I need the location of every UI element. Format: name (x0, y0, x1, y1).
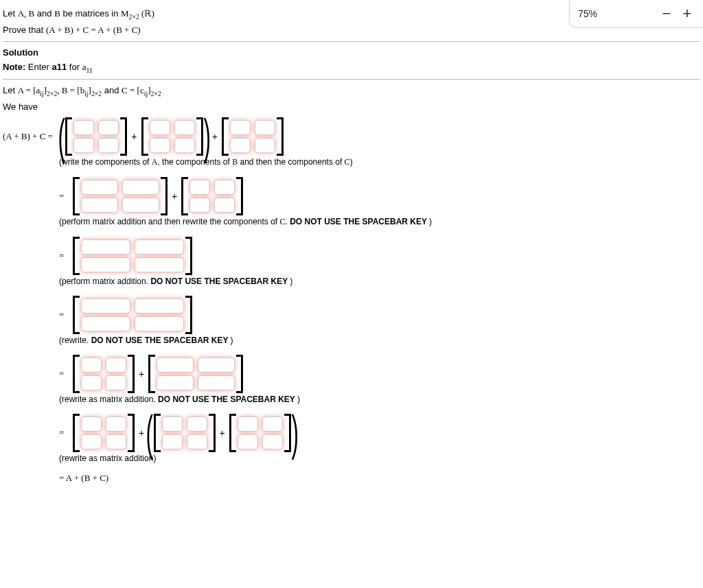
text: a11 (52, 62, 67, 72)
matrix-a-cell[interactable] (73, 138, 94, 153)
text: and (102, 85, 122, 95)
matrix-c-cell[interactable] (230, 138, 251, 153)
matrix-c3-cell[interactable] (262, 434, 283, 449)
matrix-b3-cell[interactable] (162, 416, 183, 432)
text: ) (297, 395, 300, 404)
matrix-a3-cell[interactable] (81, 416, 102, 432)
matrix-b-cell[interactable] (150, 138, 170, 153)
plus-op: + (212, 131, 218, 142)
final-line: = A + (B + C) (59, 473, 700, 484)
text: 2×2 (129, 13, 139, 21)
text: be matrices in (60, 8, 121, 19)
matrix-b-cell[interactable] (174, 138, 195, 153)
plus-op: + (131, 131, 137, 142)
matrix-abc-cell[interactable] (81, 257, 130, 272)
plus-op: + (139, 427, 144, 438)
matrix-abc-cell[interactable] (135, 239, 184, 255)
matrix-ab-cell[interactable] (122, 180, 159, 195)
text: (perform matrix addition. (59, 277, 150, 286)
matrix-c2 (181, 177, 243, 215)
matrix-b3-cell[interactable] (187, 434, 207, 449)
caption-5: (rewrite as matrix addition. DO NOT USE … (59, 395, 700, 404)
text: C (280, 217, 286, 226)
matrix-bc-cell[interactable] (157, 357, 194, 373)
matrix-c3-cell[interactable] (238, 416, 258, 432)
plus-op: + (139, 368, 144, 379)
matrix-a3-cell[interactable] (106, 416, 126, 432)
equals: = (59, 309, 71, 320)
text: Note: (3, 62, 25, 72)
matrix-a-cell[interactable] (73, 120, 94, 135)
zoom-out-button[interactable]: − (659, 6, 674, 21)
matrix-a3-cell[interactable] (106, 434, 126, 449)
close-paren: ) (205, 119, 209, 155)
text: 2×2 (47, 90, 57, 97)
matrix-a2-cell[interactable] (81, 375, 102, 390)
text: DO NOT USE THE SPACEBAR KEY (290, 217, 429, 226)
matrix-rw-cell[interactable] (135, 298, 184, 314)
divider (3, 79, 700, 80)
text: (perform matrix addition and then rewrit… (59, 217, 280, 226)
matrix-c-cell[interactable] (255, 138, 275, 153)
text: for (67, 62, 82, 72)
matrix-rw (73, 296, 192, 334)
matrix-c3-cell[interactable] (238, 434, 258, 449)
caption-3: (perform matrix addition. DO NOT USE THE… (59, 277, 700, 286)
plus-op: + (220, 427, 225, 438)
matrix-rw-cell[interactable] (81, 298, 130, 314)
matrix-a3 (73, 414, 135, 452)
equals: = (59, 191, 71, 202)
matrix-c2-cell[interactable] (189, 198, 210, 213)
matrix-abc-cell[interactable] (81, 239, 130, 255)
matrix-b3-cell[interactable] (162, 434, 183, 449)
matrix-a-cell[interactable] (98, 138, 119, 153)
text: M (121, 8, 129, 19)
close-paren: ) (292, 415, 297, 451)
text: Let (3, 85, 18, 95)
text: Prove that (3, 25, 46, 35)
plus-op: + (172, 191, 177, 202)
text: ) (350, 157, 353, 167)
matrix-a2-cell[interactable] (106, 375, 126, 390)
matrix-c (222, 117, 284, 156)
text: ) (429, 217, 432, 226)
matrix-b3-cell[interactable] (187, 416, 207, 432)
matrix-abc-cell[interactable] (135, 257, 184, 272)
text: A = [a (18, 85, 41, 95)
zoom-in-button[interactable]: + (680, 6, 695, 21)
matrix-ab-cell[interactable] (81, 180, 118, 195)
zoom-percent: 75% (578, 8, 654, 19)
text: B (54, 8, 60, 19)
matrix-a2-cell[interactable] (81, 357, 102, 373)
matrix-bc-cell[interactable] (198, 357, 235, 373)
matrix-ab-cell[interactable] (122, 198, 159, 213)
matrix-c-cell[interactable] (255, 120, 275, 135)
text: DO NOT USE THE SPACEBAR KEY (150, 277, 290, 286)
matrix-c2-cell[interactable] (189, 180, 210, 195)
matrix-a2-cell[interactable] (106, 357, 126, 373)
matrix-c2-cell[interactable] (214, 198, 235, 213)
matrix-ab (73, 177, 168, 215)
text: ) (231, 336, 233, 345)
equals: = (59, 250, 71, 261)
matrix-a (65, 117, 127, 156)
text: and (34, 8, 54, 19)
matrix-a3-cell[interactable] (81, 434, 102, 449)
matrix-a-cell[interactable] (98, 120, 119, 135)
matrix-bc-cell[interactable] (157, 375, 194, 390)
zoom-widget: 75% − + (569, 0, 703, 27)
matrix-rw-cell[interactable] (81, 316, 130, 331)
equation-row-1: (A + B) + C = ( + ) + (3, 117, 700, 156)
matrix-c-cell[interactable] (230, 120, 251, 135)
text: (ℝ) (139, 8, 154, 19)
matrix-c2-cell[interactable] (214, 180, 235, 195)
matrix-ab-cell[interactable] (81, 198, 118, 213)
matrix-rw-cell[interactable] (135, 316, 184, 331)
equation-row-2: = + (59, 177, 700, 215)
matrix-b-cell[interactable] (150, 120, 170, 135)
text: and then the components of (238, 157, 344, 167)
matrix-b (141, 117, 203, 156)
matrix-c3-cell[interactable] (262, 416, 283, 432)
matrix-bc-cell[interactable] (198, 375, 235, 390)
matrix-b-cell[interactable] (174, 120, 195, 135)
